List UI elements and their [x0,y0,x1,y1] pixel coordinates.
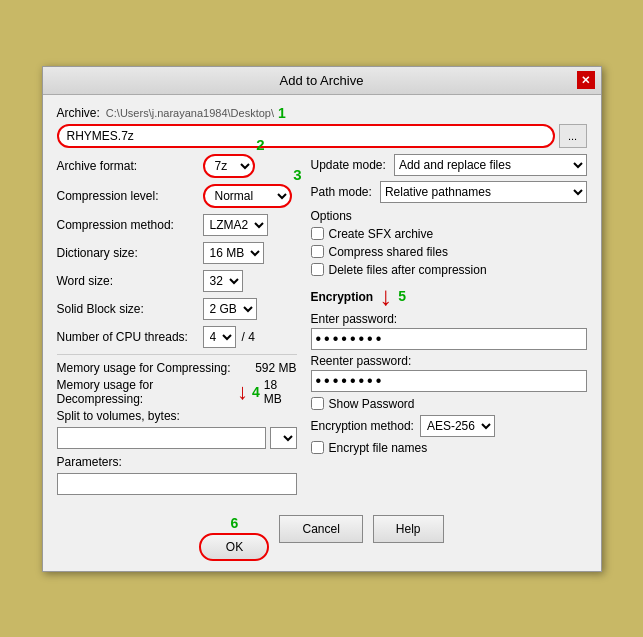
compress-shared-label: Compress shared files [329,245,448,259]
archive-path-row: ... [57,124,587,148]
ok-button-wrapper: 6 OK [199,515,269,561]
annotation-4-arrow: ↓ [237,379,248,405]
memory-compress-label: Memory usage for Compressing: [57,361,231,375]
compression-select-wrapper: Normal Store Fastest Fast Maximum Ultra … [203,184,292,208]
cpu-threads-row: Number of CPU threads: 4128 / 4 [57,326,297,348]
split-input[interactable] [57,427,266,449]
encrypt-names-checkbox[interactable] [311,441,324,454]
annotation-5-arrow: ↓ [379,281,392,312]
reenter-password-input[interactable] [311,370,587,392]
reenter-password-label: Reenter password: [311,354,412,368]
archive-path-hint: C:\Users\j.narayana1984\Desktop\ [106,107,274,119]
create-sfx-label: Create SFX archive [329,227,434,241]
encrypt-names-row: Encrypt file names [311,441,587,455]
title-bar: Add to Archive ✕ [43,67,601,95]
reenter-password-label-row: Reenter password: [311,354,587,368]
dictionary-size-row: Dictionary size: 16 MB8 MB32 MB [57,242,297,264]
compression-level-label: Compression level: [57,189,197,203]
create-sfx-row: Create SFX archive [311,227,587,241]
annotation-6: 6 [231,515,239,531]
cpu-threads-max: / 4 [242,330,255,344]
memory-compress-row: Memory usage for Compressing: 592 MB [57,361,297,375]
memory-decompress-row: Memory usage for Decompressing: ↓ 4 18 M… [57,378,297,406]
memory-decompress-value: 18 MB [264,378,297,406]
main-content: Archive: C:\Users\j.narayana1984\Desktop… [43,95,601,505]
dictionary-size-label: Dictionary size: [57,246,197,260]
annotation-2: 2 [256,136,264,153]
enter-password-input[interactable] [311,328,587,350]
close-button[interactable]: ✕ [577,71,595,89]
path-mode-select[interactable]: Relative pathnames No pathnames Absolute… [380,181,587,203]
compress-shared-checkbox[interactable] [311,245,324,258]
create-sfx-checkbox[interactable] [311,227,324,240]
delete-files-row: Delete files after compression [311,263,587,277]
right-column: Update mode: Add and replace files Updat… [307,154,587,495]
show-password-checkbox[interactable] [311,397,324,410]
delete-files-checkbox[interactable] [311,263,324,276]
annotation-4: 4 [252,384,260,400]
word-size-select[interactable]: 321664 [203,270,243,292]
ok-button[interactable]: OK [199,533,269,561]
encryption-title: Encryption [311,290,374,304]
word-size-label: Word size: [57,274,197,288]
parameters-input[interactable] [57,473,297,495]
annotation-3: 3 [293,166,301,183]
solid-block-select[interactable]: 2 GB1 GB4 GB [203,298,257,320]
enter-password-label-row: Enter password: [311,312,587,326]
format-row: Archive format: 7z zip tar 2 [57,154,297,178]
help-button[interactable]: Help [373,515,444,543]
compression-method-label: Compression method: [57,218,197,232]
add-to-archive-window: Add to Archive ✕ Archive: C:\Users\j.nar… [42,66,602,572]
options-title: Options [311,209,587,223]
archive-filename-input[interactable] [57,124,555,148]
encryption-method-label: Encryption method: [311,419,414,433]
window-title: Add to Archive [67,73,577,88]
memory-compress-value: 592 MB [255,361,296,375]
split-input-row [57,427,297,449]
format-select[interactable]: 7z zip tar [203,154,255,178]
word-size-row: Word size: 321664 [57,270,297,292]
left-column: Archive format: 7z zip tar 2 Compression… [57,154,297,495]
archive-label: Archive: [57,106,100,120]
browse-button[interactable]: ... [559,124,587,148]
path-mode-label: Path mode: [311,185,372,199]
show-password-row: Show Password [311,397,587,411]
parameters-label: Parameters: [57,455,122,469]
update-mode-label: Update mode: [311,158,386,172]
update-mode-select[interactable]: Add and replace files Update and add fil… [394,154,587,176]
compression-level-select[interactable]: Normal Store Fastest Fast Maximum Ultra [203,184,292,208]
annotation-1: 1 [278,105,286,121]
show-password-label: Show Password [329,397,415,411]
solid-block-row: Solid Block size: 2 GB1 GB4 GB [57,298,297,320]
compression-method-select[interactable]: LZMA2LZMAPPMd [203,214,268,236]
format-label: Archive format: [57,159,197,173]
dictionary-size-select[interactable]: 16 MB8 MB32 MB [203,242,264,264]
enter-password-label: Enter password: [311,312,398,326]
annotation-5: 5 [398,288,406,304]
split-unit-select[interactable] [270,427,297,449]
archive-label-row: Archive: C:\Users\j.narayana1984\Desktop… [57,105,587,121]
encrypt-names-label: Encrypt file names [329,441,428,455]
encryption-method-row: Encryption method: AES-256 [311,415,587,437]
update-mode-row: Update mode: Add and replace files Updat… [311,154,587,176]
split-label-row: Split to volumes, bytes: [57,409,297,423]
format-select-wrapper: 7z zip tar 2 [203,154,255,178]
path-mode-row: Path mode: Relative pathnames No pathnam… [311,181,587,203]
cpu-threads-label: Number of CPU threads: [57,330,197,344]
parameters-label-row: Parameters: [57,455,297,469]
solid-block-label: Solid Block size: [57,302,197,316]
delete-files-label: Delete files after compression [329,263,487,277]
compression-method-row: Compression method: LZMA2LZMAPPMd [57,214,297,236]
cpu-threads-select[interactable]: 4128 [203,326,236,348]
two-column-layout: Archive format: 7z zip tar 2 Compression… [57,154,587,495]
encryption-method-select[interactable]: AES-256 [420,415,495,437]
memory-decompress-label: Memory usage for Decompressing: [57,378,238,406]
encryption-section: Encryption ↓ 5 Enter password: Reenter p… [311,281,587,455]
cancel-button[interactable]: Cancel [279,515,362,543]
bottom-buttons-row: 6 OK Cancel Help [43,505,601,571]
options-section: Options Create SFX archive Compress shar… [311,209,587,277]
compression-level-row: Compression level: Normal Store Fastest … [57,184,297,208]
compress-shared-row: Compress shared files [311,245,587,259]
split-label: Split to volumes, bytes: [57,409,180,423]
